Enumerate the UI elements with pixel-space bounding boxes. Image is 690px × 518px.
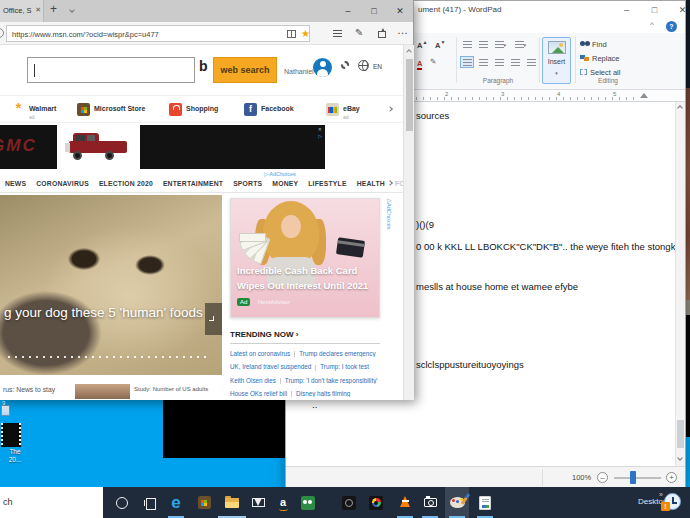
favorite-star-icon[interactable]: ★ [301, 28, 310, 39]
adchoices-vertical-label[interactable]: AdChoices [386, 197, 392, 230]
file-explorer-button[interactable] [220, 490, 244, 515]
scroll-up-icon[interactable] [406, 49, 412, 55]
edge-close-button[interactable]: ✕ [387, 0, 413, 22]
amazon-button[interactable]: a [271, 490, 295, 515]
camera-app-button[interactable] [418, 490, 442, 515]
find-button[interactable]: Find [580, 40, 607, 49]
tab-preview-chevron-icon[interactable] [69, 7, 75, 13]
user-name[interactable]: Nathaniel [284, 68, 314, 75]
grow-font-button[interactable]: A▲ [417, 39, 427, 50]
vlc-button[interactable] [393, 490, 417, 515]
edge-minimize-button[interactable]: – [335, 0, 361, 22]
nav-coronavirus[interactable]: CORONAVIRUS [36, 180, 89, 187]
adchoices-icon[interactable]: ▷ [318, 133, 322, 139]
align-right-icon[interactable] [492, 56, 506, 68]
trending-link[interactable]: Trump: 'I don't take responsibility' [285, 377, 378, 384]
annotate-pen-icon[interactable]: ✎ [355, 27, 363, 38]
align-left-icon[interactable] [460, 56, 474, 68]
share-icon[interactable] [378, 31, 386, 38]
trending-link[interactable]: Disney halts filming [296, 390, 350, 397]
edge-scrollbar[interactable] [403, 45, 414, 400]
address-bar[interactable]: https://www.msn.com/?ocid=wispr&pc=u477 … [6, 25, 310, 42]
ad-close-icon[interactable]: ✕ [318, 126, 322, 132]
desktop-file-icon[interactable] [1, 405, 10, 416]
list-icon[interactable]: ▾ [492, 38, 506, 50]
trending-link[interactable]: UK, Ireland travel suspended [230, 363, 311, 370]
language-code[interactable]: EN [373, 63, 382, 70]
trending-link[interactable]: House OKs relief bill [230, 390, 287, 397]
wordpad-scrollbar[interactable] [675, 102, 685, 466]
photos-app-button[interactable] [364, 490, 388, 515]
trending-link[interactable]: Trump declares emergency [299, 350, 375, 357]
edge-taskbar-button[interactable]: e [164, 490, 188, 515]
reading-view-icon[interactable] [287, 30, 296, 38]
msn-search-input[interactable] [27, 57, 195, 83]
task-view-button[interactable] [138, 490, 162, 515]
gmc-ad-banner[interactable]: GMC ✕ ▷ [0, 125, 325, 169]
nav-news[interactable]: NEWS [5, 180, 26, 187]
hub-icon[interactable] [333, 30, 342, 38]
nav-sports[interactable]: SPORTS [233, 180, 262, 187]
hero-headline[interactable]: g your dog these 5 'human' foods [4, 305, 216, 320]
justify-icon[interactable] [508, 56, 522, 68]
paint-button[interactable] [445, 490, 469, 515]
scrollbar-thumb[interactable] [406, 59, 413, 131]
zoom-out-button[interactable]: – [597, 472, 608, 483]
carousel-next-button[interactable] [205, 303, 222, 335]
shrink-font-button[interactable]: A▼ [435, 39, 445, 50]
wordpad-close-button[interactable]: ✕ [669, 1, 690, 20]
cortana-button[interactable] [110, 490, 134, 515]
web-search-button[interactable]: web search [213, 57, 277, 83]
line-spacing-icon[interactable]: ▾ [512, 38, 526, 50]
nav-lifestyle[interactable]: LIFESTYLE [308, 180, 346, 187]
store-taskbar-button[interactable] [192, 490, 216, 515]
scrollbar-thumb[interactable] [677, 420, 684, 448]
taskbar-search-box[interactable]: ch [0, 487, 103, 518]
trending-link[interactable]: Latest on coronavirus [230, 350, 290, 357]
scroll-up-icon[interactable] [677, 105, 683, 111]
insert-button[interactable]: Insert ▾ [542, 37, 571, 84]
mail-button[interactable] [246, 490, 270, 515]
nav-election-2020[interactable]: ELECTION 2020 [99, 180, 153, 187]
tray-overflow-chevron-icon[interactable]: » [659, 491, 663, 498]
ribbon-collapse-icon[interactable]: ^ [650, 20, 654, 29]
wordpad-maximize-button[interactable]: □ [641, 1, 668, 20]
increase-indent-icon[interactable] [476, 38, 490, 50]
replace-button[interactable]: Replace [580, 54, 620, 63]
help-icon[interactable]: ? [666, 21, 677, 32]
news-card[interactable]: rus: News to stay [0, 382, 68, 400]
desktop-video-file-icon[interactable] [1, 423, 21, 447]
font-color-button[interactable]: A [417, 59, 422, 70]
nav-money[interactable]: MONEY [272, 180, 298, 187]
zoom-in-button[interactable]: + [666, 472, 677, 483]
align-center-icon[interactable] [476, 56, 490, 68]
wordpad-taskbar-button[interactable] [473, 490, 497, 515]
ruler-margin-marker[interactable] [640, 93, 648, 98]
wordpad-minimize-button[interactable]: – [613, 1, 640, 20]
background-video-window[interactable] [163, 398, 285, 458]
quick-links-next-icon[interactable] [387, 106, 393, 112]
green-app-button[interactable] [296, 490, 320, 515]
decrease-indent-icon[interactable] [460, 38, 474, 50]
zoom-slider-track[interactable] [614, 477, 661, 479]
browser-tab[interactable]: Office, S ✕ [0, 0, 44, 22]
tab-close-icon[interactable]: ✕ [35, 6, 41, 14]
trending-link[interactable]: Trump: I took test [320, 363, 369, 370]
language-globe-icon[interactable] [358, 60, 369, 71]
edge-maximize-button[interactable]: □ [361, 0, 387, 22]
paragraph-dialog-icon[interactable] [524, 56, 538, 68]
lens-app-button[interactable] [337, 490, 361, 515]
scroll-down-icon[interactable] [677, 455, 683, 461]
highlight-button[interactable]: ✎ [430, 57, 436, 66]
nav-entertainment[interactable]: ENTERTAINMENT [163, 180, 223, 187]
hero-dog-image[interactable]: g your dog these 5 'human' foods [0, 195, 222, 375]
new-tab-button[interactable]: + [50, 2, 57, 16]
cashback-ad-card[interactable]: Incredible Cash Back Card Wipes Out Inte… [230, 198, 380, 318]
carousel-dots[interactable] [8, 356, 206, 358]
select-all-button[interactable]: Select all [580, 68, 620, 77]
more-options-icon[interactable]: … [397, 24, 409, 36]
settings-gear-icon[interactable] [341, 61, 349, 69]
news-card-title[interactable]: Study: Number of US adults [134, 386, 212, 392]
news-card-thumbnail[interactable] [75, 384, 130, 399]
zoom-slider-thumb[interactable] [630, 471, 636, 484]
